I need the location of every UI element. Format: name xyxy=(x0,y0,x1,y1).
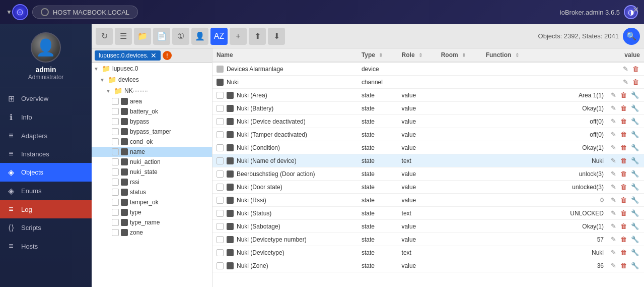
tree-item-nuki-state[interactable]: nuki_state xyxy=(92,167,212,177)
checkbox-nuki-action[interactable] xyxy=(112,158,119,165)
table-row[interactable]: Beerbuschstieg (Door action)statevalueun… xyxy=(212,167,644,181)
search-button[interactable]: 🔍 xyxy=(623,28,640,45)
tree-item-nuki-action[interactable]: nuki_action xyxy=(92,157,212,167)
edit-button-Nuki[interactable]: ✎ xyxy=(622,78,629,86)
checkbox-rssi[interactable] xyxy=(112,179,119,186)
checkbox-tamper-ok[interactable] xyxy=(112,199,119,206)
delete-button-Devices Alarmanlage[interactable]: 🗑 xyxy=(631,65,640,73)
edit-button-cond_ok[interactable]: ✎ xyxy=(610,143,617,152)
close-button[interactable]: ✕ xyxy=(632,5,639,15)
checkbox-row-2[interactable] xyxy=(217,92,224,99)
checkbox-battery[interactable] xyxy=(112,108,119,115)
folder-button[interactable]: 📁 xyxy=(134,28,151,45)
file-button[interactable]: 📄 xyxy=(153,28,170,45)
table-row[interactable]: Nuki (Condition)statevalueOkay(1)✎🗑🔧 xyxy=(212,141,644,154)
delete-button-status[interactable]: 🗑 xyxy=(619,209,628,217)
delete-button-cond_ok[interactable]: 🗑 xyxy=(619,143,628,152)
tree-item-zone[interactable]: zone xyxy=(92,227,212,238)
table-row[interactable]: Nuki (Status)statetextUNLOCKED✎🗑🔧 xyxy=(212,207,644,220)
table-row[interactable]: Nuki (Devicetype)statetextNuki✎🗑🔧 xyxy=(212,246,644,259)
az-button[interactable]: AZ xyxy=(210,28,228,45)
user-button[interactable]: 👤 xyxy=(191,28,208,45)
delete-button-bypass[interactable]: 🗑 xyxy=(619,117,628,126)
delete-button-nuki_action[interactable]: 🗑 xyxy=(619,169,628,178)
list-button[interactable]: ☰ xyxy=(115,28,132,45)
sidebar-item-objects[interactable]: ◈ Objects xyxy=(0,163,92,182)
key-button-cond_ok[interactable]: 🔧 xyxy=(630,143,640,152)
edit-button-bypass[interactable]: ✎ xyxy=(610,117,617,126)
delete-button-battery_ok[interactable]: 🗑 xyxy=(619,104,628,112)
checkbox-row-12[interactable] xyxy=(217,223,224,230)
table-row[interactable]: Nuki (Zone)statevalue36✎🗑🔧 xyxy=(212,259,644,272)
edit-button-rssi[interactable]: ✎ xyxy=(610,196,617,204)
key-button-tamper_ok[interactable]: 🔧 xyxy=(630,222,640,231)
sidebar-item-instances[interactable]: ≡ Instances xyxy=(0,145,92,163)
checkbox-row-10[interactable] xyxy=(217,197,224,204)
checkbox-row-11[interactable] xyxy=(217,210,224,217)
sort-arrow-room[interactable]: ⇕ xyxy=(462,52,466,58)
checkbox-row-15[interactable] xyxy=(217,262,224,269)
key-button-name[interactable]: 🔧 xyxy=(630,156,640,165)
tree-item-tamper-ok[interactable]: tamper_ok xyxy=(92,197,212,207)
download-button[interactable]: ⬇ xyxy=(268,28,285,45)
tree-item-lupusec0[interactable]: ▼ 📁 lupusec.0 xyxy=(92,63,212,74)
tree-tab-close[interactable]: ✕ xyxy=(151,52,157,59)
checkbox-row-5[interactable] xyxy=(217,131,224,138)
delete-button-type[interactable]: 🗑 xyxy=(619,235,628,244)
edit-button-zone[interactable]: ✎ xyxy=(610,261,617,270)
table-row[interactable]: Nuki (Devicetype number)statevalue57✎🗑🔧 xyxy=(212,233,644,246)
sidebar-item-enums[interactable]: ◈ Enums xyxy=(0,182,92,200)
checkbox-name[interactable] xyxy=(112,148,119,155)
table-row[interactable]: Nuki (Tamper deactivated)statevalueoff(0… xyxy=(212,128,644,141)
key-button-type_name[interactable]: 🔧 xyxy=(630,248,640,257)
table-row[interactable]: Nukichannel✎🗑 xyxy=(212,76,644,89)
delete-button-tamper_ok[interactable]: 🗑 xyxy=(619,222,628,231)
key-button-area[interactable]: 🔧 xyxy=(630,91,640,99)
checkbox-area[interactable] xyxy=(112,98,119,105)
one-button[interactable]: ① xyxy=(172,28,189,45)
table-row[interactable]: Nuki (Sabotage)statevalueOkay(1)✎🗑🔧 xyxy=(212,220,644,233)
edit-button-bypass_tamper[interactable]: ✎ xyxy=(610,130,617,139)
sidebar-item-adapters[interactable]: ≡ Adapters xyxy=(0,127,92,145)
tree-item-nk[interactable]: ▼ 📁 NK········· xyxy=(92,85,212,96)
upload-button[interactable]: ⬆ xyxy=(249,28,266,45)
sort-arrow-role[interactable]: ⇕ xyxy=(418,52,422,58)
edit-button-area[interactable]: ✎ xyxy=(610,91,617,99)
checkbox-row-9[interactable] xyxy=(217,184,224,191)
checkbox-type-name[interactable] xyxy=(112,219,119,226)
checkbox-row-8[interactable] xyxy=(217,170,224,178)
table-row[interactable]: Nuki (Device deactivated)statevalueoff(0… xyxy=(212,115,644,128)
tree-item-cond-ok[interactable]: cond_ok xyxy=(92,137,212,147)
key-button-nuki_state[interactable]: 🔧 xyxy=(630,183,640,191)
delete-button-area[interactable]: 🗑 xyxy=(619,91,628,99)
tree-item-bypass[interactable]: bypass xyxy=(92,117,212,127)
delete-button-Nuki[interactable]: 🗑 xyxy=(631,78,640,86)
checkbox-row-4[interactable] xyxy=(217,118,224,125)
sidebar-item-hosts[interactable]: ≡ Hosts xyxy=(0,237,92,255)
edit-button-name[interactable]: ✎ xyxy=(610,156,617,165)
checkbox-cond-ok[interactable] xyxy=(112,138,119,145)
checkbox-status[interactable] xyxy=(112,189,119,196)
edit-button-nuki_state[interactable]: ✎ xyxy=(610,183,617,191)
edit-button-tamper_ok[interactable]: ✎ xyxy=(610,222,617,231)
checkbox-row-14[interactable] xyxy=(217,249,224,256)
table-row[interactable]: Devices Alarmanlagedevice✎🗑 xyxy=(212,62,644,76)
table-row[interactable]: Nuki (Area)statevalueArea 1(1)✎🗑🔧 xyxy=(212,89,644,102)
delete-button-bypass_tamper[interactable]: 🗑 xyxy=(619,130,628,139)
delete-button-rssi[interactable]: 🗑 xyxy=(619,196,628,204)
tree-item-rssi[interactable]: rssi xyxy=(92,177,212,187)
key-button-bypass_tamper[interactable]: 🔧 xyxy=(630,130,640,139)
key-button-zone[interactable]: 🔧 xyxy=(630,261,640,270)
key-button-status[interactable]: 🔧 xyxy=(630,209,640,217)
key-button-nuki_action[interactable]: 🔧 xyxy=(630,169,640,178)
table-row[interactable]: Nuki (Battery)statevalueOkay(1)✎🗑🔧 xyxy=(212,102,644,115)
sidebar-item-overview[interactable]: ⊞ Overview xyxy=(0,89,92,108)
table-row[interactable]: Nuki (Door state)statevalueunlocked(3)✎🗑… xyxy=(212,181,644,194)
edit-button-Devices Alarmanlage[interactable]: ✎ xyxy=(622,65,629,73)
tree-item-name[interactable]: name xyxy=(92,147,212,157)
tree-item-type-name[interactable]: type_name xyxy=(92,217,212,227)
dropdown-triangle[interactable]: ▼ xyxy=(6,9,12,16)
table-row[interactable]: Nuki (Name of device)statetextNuki✎🗑🔧 xyxy=(212,154,644,167)
add-button[interactable]: + xyxy=(230,28,247,45)
key-button-bypass[interactable]: 🔧 xyxy=(630,117,640,126)
